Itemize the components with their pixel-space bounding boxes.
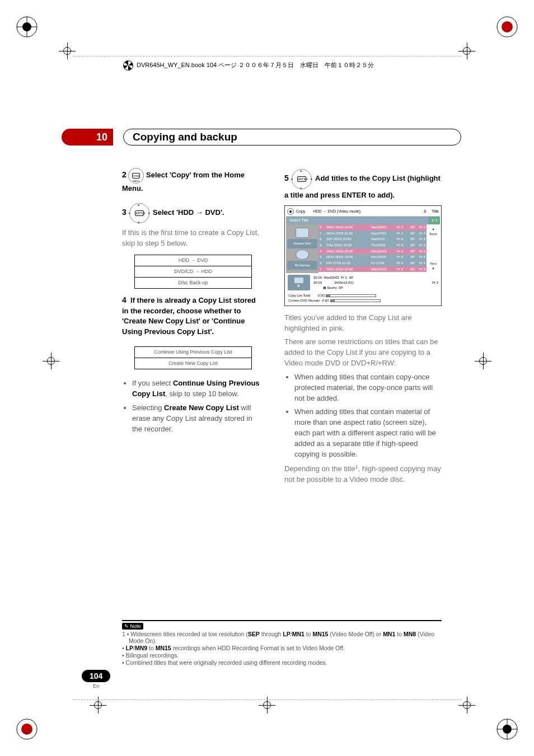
footnote-item: • Combined titles that were originally r… (122, 659, 442, 666)
footnote-item: • Bilingual recordings. (122, 652, 442, 659)
chapter-bar: 10 Copying and backup (62, 129, 461, 145)
list-item: If you select Continue Using Previous Co… (132, 378, 264, 400)
print-mark-icon (496, 16, 518, 38)
svg-point-1 (22, 22, 31, 31)
footnote-item: 1 • Widescreen titles recorded at low re… (122, 631, 442, 644)
menu-item: DVD/CD → HDD (135, 266, 251, 278)
menu-item: Continue Using Previous Copy List (135, 347, 251, 358)
registration-mark-icon (43, 353, 59, 369)
restrictions-list: When adding titles that contain copy-onc… (284, 372, 442, 460)
table-row: 2FRI 17/03 21:00Fri 17/03Pr 4SPPr 4 (318, 260, 427, 266)
step-4-bullets: If you select Continue Using Previous Co… (122, 378, 264, 434)
step-3: 3 ENTER ▴▾ ◂▸ Select 'HDD → DVD'. (122, 202, 264, 224)
list-item: Selecting Create New Copy List will eras… (132, 403, 264, 435)
menu-item: HDD → DVD (135, 255, 251, 266)
table-row: 6SAT 25/03 23:00Sat25/03Pr 9SPPr 9 (318, 236, 427, 242)
chapter-title: Copying and backup (123, 129, 461, 145)
step-4: 4 If there is already a Copy List stored… (122, 294, 264, 337)
footnote-section: Note 1 • Widescreen titles recorded at l… (122, 620, 442, 666)
copy-direction-menu: HDD → DVD DVD/CD → HDD Disc Back-up (134, 255, 252, 289)
list-item: When adding titles that contain copy-onc… (294, 372, 442, 404)
footnote-item: • LP/MN9 to MN15 recordings when HDD Rec… (122, 645, 442, 651)
print-mark-icon (16, 718, 38, 740)
enter-navpad-icon: ENTER ▴▾ ◂▸ (291, 168, 313, 190)
chapter-number: 10 (62, 129, 113, 145)
menu-item: Disc Back-up (135, 278, 251, 288)
registration-mark-icon (475, 353, 491, 369)
content-columns: 2 HOME MENU Select 'Copy' from the Home … (122, 168, 442, 588)
genre-icon (296, 250, 309, 260)
page-number: 104 En (82, 670, 110, 689)
disc-icon: ◉ (287, 208, 294, 215)
step-2: 2 HOME MENU Select 'Copy' from the Home … (122, 168, 264, 194)
print-mark-icon (496, 718, 518, 740)
svg-point-7 (503, 725, 512, 734)
thumbnail-icon: ▦ (288, 275, 310, 290)
right-column: 5 ENTER ▴▾ ◂▸ Add titles to the Copy Lis… (284, 168, 442, 588)
screenshot-nav: ▲Back Next▼ (427, 224, 440, 273)
svg-point-3 (502, 21, 513, 32)
restrictions-intro: There are some restrictions on titles th… (284, 337, 442, 369)
home-menu-button-icon: HOME MENU (128, 168, 144, 184)
table-row: 3MON 20/03 13:00Mon20/03Pr 9SPPr 9 (318, 254, 427, 260)
enter-navpad-icon: ENTER ▴▾ ◂▸ (128, 202, 151, 224)
copy-list-screenshot: ◉ Copy HDD → DVD (Video mode) 8 Title Se… (284, 205, 442, 306)
screenshot-sidebar: Recent first All Genres (286, 224, 318, 273)
note-label: Note (122, 623, 143, 630)
screenshot-stats: Copy List Total 0.0G Current DVD Remain … (286, 292, 440, 304)
page: DVR645H_WY_EN.book 104 ページ ２００６年７月５日 水曜日… (0, 0, 534, 756)
left-column: 2 HOME MENU Select 'Copy' from the Home … (122, 168, 264, 588)
menu-item: Create New Copy List (135, 358, 251, 369)
svg-point-5 (21, 724, 32, 735)
hdd-icon (296, 228, 309, 238)
table-row: 1WED 15/03 20:00Wed15/03Pr 2SPPr 2 (318, 266, 427, 273)
table-row: 4WED 22/03 20:00Wed22/03Pr 2SPPr 2 (318, 248, 427, 255)
copy-list-choice-menu: Continue Using Previous Copy List Create… (134, 346, 252, 369)
screenshot-title-list: 8WED 29/03 20:00Wed29/03Pr 2SPPr 27MON 2… (318, 224, 427, 273)
highspeed-note: Depending on the title1, high-speed copy… (284, 463, 442, 485)
table-row: 8WED 29/03 20:00Wed29/03Pr 2SPPr 2 (318, 224, 427, 231)
step-3-note: If this is the first time to create a Co… (122, 228, 264, 249)
step-5: 5 ENTER ▴▾ ◂▸ Add titles to the Copy Lis… (284, 168, 442, 201)
print-mark-icon (16, 16, 38, 38)
table-row: 5THU 23/03 22:00Thu23/03Pr 6SPPr 6 (318, 242, 427, 248)
copy-list-note: Titles you've added to the Copy List are… (284, 313, 442, 334)
table-row: 7MON 27/03 21:00Mon27/03Pr 4SPPr 4 (318, 231, 427, 237)
screenshot-detail: ▦ 20:00 Wed29/03 Pr 2 SP 20:00 1h00m(2.0… (286, 273, 440, 292)
list-item: When adding titles that contain material… (294, 407, 442, 459)
